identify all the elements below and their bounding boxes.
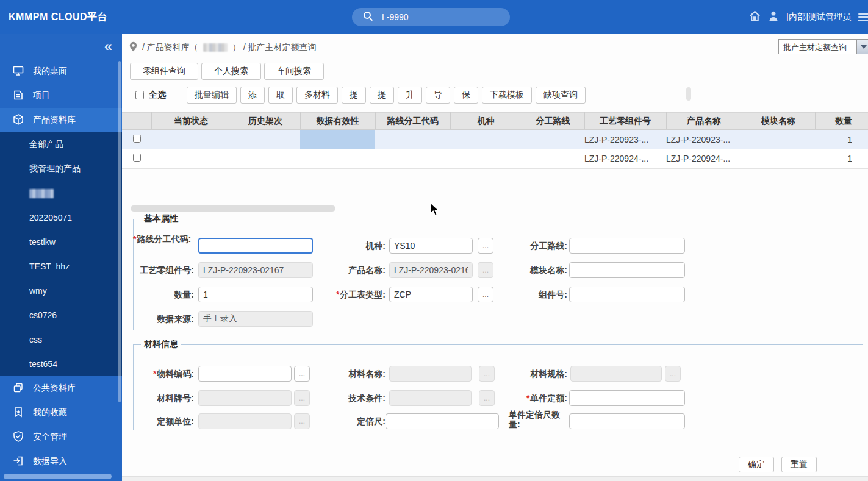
breadcrumb: / 产品资料库（ ） / 批产主材定额查询 <box>129 41 316 54</box>
sidebar-subitem[interactable]: test654 <box>0 352 122 376</box>
product-name-picker-button: ... <box>478 262 493 278</box>
results-table: 当前状态 历史架次 数据有效性 路线分工代码 机种 分工路线 工艺零组件号 产品… <box>122 112 868 169</box>
sidebar-horizontal-scrollbar[interactable] <box>4 474 112 479</box>
home-icon[interactable] <box>749 10 761 24</box>
sidebar-collapse-icon[interactable]: « <box>104 38 112 55</box>
route-code-input[interactable] <box>198 238 313 254</box>
fetch-button[interactable]: 取 <box>268 87 293 104</box>
cell-qty: 1 <box>815 130 868 149</box>
unit-fixed-qty-input[interactable] <box>569 413 685 429</box>
sidebar-item-data-import[interactable]: 数据导入 <box>0 449 122 474</box>
sidebar-item-label: 公共资料库 <box>33 383 76 394</box>
product-name-input <box>389 262 473 278</box>
sidebar-subitem[interactable]: wmy <box>0 279 122 303</box>
sidebar-subitem[interactable]: cs0726 <box>0 303 122 327</box>
sidebar-item-product-library[interactable]: 产品资料库 <box>0 108 122 132</box>
add-button[interactable]: 添 <box>240 87 265 104</box>
sidebar-subitem[interactable]: css <box>0 327 122 352</box>
missing-item-query-button[interactable]: 缺项查询 <box>536 87 586 104</box>
select-all-checkbox[interactable] <box>135 91 144 99</box>
col-current-status: 当前状态 <box>151 113 231 130</box>
current-user-label[interactable]: [内部]测试管理员 <box>786 12 851 23</box>
tab-personal-search[interactable]: 个人搜索 <box>201 63 261 80</box>
layers-icon <box>12 382 24 396</box>
sidebar-item-label: 安全管理 <box>33 432 67 443</box>
field-label: 定额单位: <box>133 416 194 426</box>
data-source-input <box>198 311 313 327</box>
field-label: *物料编码: <box>133 369 194 379</box>
quota-unit-picker-button: ... <box>294 413 310 429</box>
sidebar-subitem[interactable]: testlkw <box>0 230 122 254</box>
sidebar-item-label: 我的桌面 <box>33 66 67 77</box>
material-spec-input <box>570 366 662 382</box>
material-code-picker-button[interactable]: ... <box>294 366 310 382</box>
chevron-down-icon[interactable] <box>856 40 868 54</box>
project-icon <box>12 89 24 103</box>
search-input[interactable]: L-9990 <box>382 12 409 22</box>
sidebar-item-projects[interactable]: 项目 <box>0 84 122 108</box>
sidebar-subitem-all-products[interactable]: 全部产品 <box>0 132 122 157</box>
material-grade-input <box>198 390 292 406</box>
sidebar-subitem[interactable]: 202205071 <box>0 205 122 230</box>
part-no-input <box>198 262 313 278</box>
selected-cell[interactable] <box>300 130 375 149</box>
menu-icon[interactable] <box>858 13 868 21</box>
submit-button-2[interactable]: 提 <box>370 87 394 104</box>
main-content: / 产品资料库（ ） / 批产主材定额查询 批产主材定额查询 零组件查询 个人搜… <box>122 34 868 481</box>
submit-button-1[interactable]: 提 <box>342 87 366 104</box>
sidebar-item-public-library[interactable]: 公共资料库 <box>0 376 122 401</box>
table-type-picker-button[interactable]: ... <box>478 287 493 302</box>
global-search[interactable]: L-9990 <box>352 8 510 26</box>
confirm-button[interactable]: 确定 <box>739 457 774 472</box>
sidebar-subitem-my-products[interactable]: 我管理的产品 <box>0 157 122 181</box>
sidebar-subitem-redacted[interactable] <box>0 181 122 205</box>
sidebar-item-favorites[interactable]: 我的收藏 <box>0 401 122 425</box>
product-library-submenu: 全部产品 我管理的产品 202205071 testlkw TEST_hhz w… <box>0 132 122 376</box>
location-pin-icon <box>129 41 137 54</box>
cell-part-no: LZJ-P-220924-... <box>584 149 666 169</box>
sidebar-item-desktop[interactable]: 我的桌面 <box>0 59 122 84</box>
reset-button[interactable]: 重置 <box>781 457 817 472</box>
tab-part-query[interactable]: 零组件查询 <box>130 63 198 80</box>
division-route-input[interactable] <box>569 238 685 254</box>
sidebar-subitem[interactable]: TEST_hhz <box>0 254 122 279</box>
row-checkbox[interactable] <box>133 135 141 143</box>
save-button[interactable]: 保 <box>454 87 478 104</box>
fixed-length-input[interactable] <box>386 413 499 429</box>
col-route-code: 路线分工代码 <box>375 113 450 130</box>
component-no-input[interactable] <box>569 287 685 302</box>
desktop-icon <box>12 65 24 79</box>
field-label: 工艺零组件号: <box>133 265 194 275</box>
table-row[interactable]: LZJ-P-220923-... LZJ-P-220923-... 1 <box>122 130 868 149</box>
field-label: 数量: <box>133 290 194 299</box>
sidebar-item-label: 项目 <box>33 90 50 101</box>
row-checkbox[interactable] <box>133 154 141 162</box>
breadcrumb-text: / 产品资料库（ <box>142 42 198 53</box>
multi-material-button[interactable]: 多材料 <box>296 87 338 104</box>
material-code-input[interactable] <box>198 366 292 382</box>
sidebar-item-security[interactable]: 安全管理 <box>0 425 122 449</box>
material-grade-picker-button: ... <box>294 390 310 406</box>
mini-vertical-scrollbar[interactable] <box>686 87 691 101</box>
sidebar-vertical-scrollbar[interactable] <box>118 61 121 402</box>
table-row[interactable]: LZJ-P-220924-... LZJ-P-220924-... 1 <box>122 149 868 169</box>
tech-condition-input <box>389 390 472 406</box>
field-label: 模块名称: <box>506 265 567 275</box>
module-name-input[interactable] <box>569 262 685 278</box>
machine-type-picker-button[interactable]: ... <box>478 238 493 254</box>
tech-condition-picker-button: ... <box>479 390 495 406</box>
batch-edit-button[interactable]: 批量编辑 <box>187 87 237 104</box>
tab-workshop-search[interactable]: 车间搜索 <box>264 63 324 80</box>
shield-icon <box>12 430 24 444</box>
export-button[interactable]: 导 <box>426 87 450 104</box>
qty-input[interactable] <box>198 287 313 302</box>
bottom-scrollbar-track[interactable] <box>122 476 868 481</box>
table-type-input[interactable] <box>389 287 473 302</box>
machine-type-input[interactable] <box>389 238 473 254</box>
upgrade-button[interactable]: 升 <box>398 87 422 104</box>
page-select[interactable]: 批产主材定额查询 <box>778 39 868 54</box>
download-template-button[interactable]: 下载模板 <box>482 87 532 104</box>
user-icon[interactable] <box>768 10 779 24</box>
bookmark-icon <box>12 406 24 420</box>
unit-quota-input[interactable] <box>569 390 685 406</box>
